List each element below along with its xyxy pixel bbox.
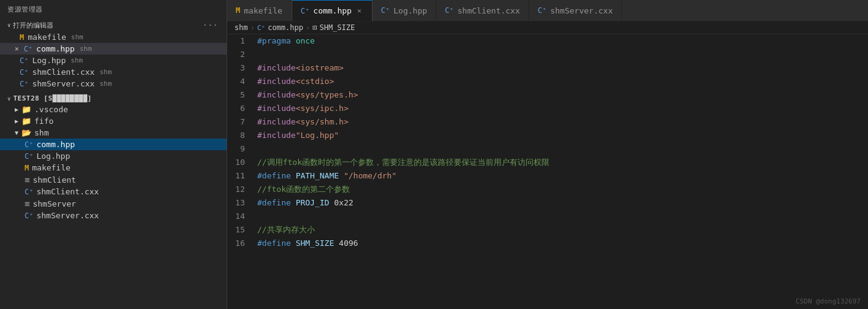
sidebar-title: 资源管理器	[0, 0, 227, 19]
log-hpp-icon: C⁺	[20, 56, 28, 65]
shmserver-cxx-icon: C⁺	[20, 80, 28, 88]
breadcrumb: shm › C⁺ comm.hpp › ⊡ SHM_SIZE	[227, 21, 868, 34]
line-content-8: #include"Log.hpp"	[255, 129, 868, 142]
line-content-16: #define SHM_SIZE 4096	[255, 237, 868, 250]
open-editor-shmclient-cxx[interactable]: C⁺ shmClient.cxx shm	[0, 66, 227, 78]
tab-shmclient-cxx-icon: C⁺	[445, 6, 454, 15]
tab-log-hpp[interactable]: C⁺ Log.hpp	[373, 0, 436, 21]
open-editor-log-hpp-label: Log.hpp	[32, 56, 66, 65]
line-content-14	[255, 210, 868, 223]
tree-item-shmserver-cxx[interactable]: C⁺ shmServer.cxx	[0, 210, 227, 221]
line-content-6: #include<sys/ipc.h>	[255, 102, 868, 115]
bc-symbol-icon: ⊡	[312, 23, 317, 32]
tree-item-makefile[interactable]: M makefile	[0, 162, 227, 174]
open-editor-makefile[interactable]: M makefile shm	[0, 31, 227, 43]
open-editor-shmserver-cxx[interactable]: C⁺ shmServer.cxx shm	[0, 78, 227, 90]
bc-sep1: ›	[250, 23, 255, 32]
tree-item-fifo[interactable]: ▶ 📁 fifo	[0, 115, 227, 127]
tree-item-shm[interactable]: ▼ 📂 shm	[0, 127, 227, 139]
code-line-8: 8 #include"Log.hpp"	[227, 129, 868, 142]
line-num-1: 1	[227, 34, 255, 48]
line-num-13: 13	[227, 196, 255, 210]
line-content-4: #include<cstdio>	[255, 75, 868, 88]
line-num-15: 15	[227, 223, 255, 237]
open-editor-shmserver-cxx-label: shmServer.cxx	[32, 79, 95, 88]
bc-sep2: ›	[306, 23, 310, 32]
code-line-16: 16 #define SHM_SIZE 4096	[227, 237, 868, 250]
tab-comm-hpp-icon: C⁺	[301, 7, 309, 15]
shmclient-cxx-icon: C⁺	[20, 68, 28, 77]
bc-shm[interactable]: shm	[234, 23, 248, 32]
shm-folder-icon: 📂	[21, 128, 31, 137]
line-content-13: #define PROJ_ID 0x22	[255, 196, 868, 210]
code-line-6: 6 #include<sys/ipc.h>	[227, 102, 868, 115]
tree-log-hpp-icon: C⁺	[25, 152, 33, 161]
tab-log-hpp-icon: C⁺	[381, 6, 390, 15]
tab-comm-hpp-close[interactable]: ✕	[355, 6, 363, 15]
tree-vscode-label: .vscode	[34, 105, 68, 114]
tab-shmserver-cxx-icon: C⁺	[538, 6, 546, 15]
line-num-5: 5	[227, 88, 255, 102]
open-editor-shmclient-cxx-label: shmClient.cxx	[32, 67, 95, 77]
code-line-2: 2	[227, 48, 868, 61]
line-content-3: #include<iostream>	[255, 61, 868, 75]
line-num-4: 4	[227, 75, 255, 88]
tree-item-shmclient-cxx[interactable]: C⁺ shmClient.cxx	[0, 186, 227, 197]
more-options-icon[interactable]: ···	[199, 20, 222, 30]
code-line-3: 3 #include<iostream>	[227, 61, 868, 75]
line-content-9	[255, 142, 868, 156]
tab-shmserver-cxx[interactable]: C⁺ shmServer.cxx	[529, 0, 622, 21]
comm-hpp-close[interactable]: ✕	[15, 45, 19, 53]
line-num-10: 10	[227, 156, 255, 169]
tab-shmclient-cxx-label: shmClient.cxx	[457, 6, 520, 15]
line-num-11: 11	[227, 169, 255, 183]
tree-shmclient-label: shmClient	[33, 175, 76, 185]
main-area: M makefile C⁺ comm.hpp ✕ C⁺ Log.hpp C⁺ s…	[227, 0, 868, 309]
line-content-10: //调用ftok函数时的第一个参数，需要注意的是该路径要保证当前用户有访问权限	[255, 156, 868, 169]
tab-comm-hpp[interactable]: C⁺ comm.hpp ✕	[292, 0, 373, 21]
open-editor-log-hpp[interactable]: C⁺ Log.hpp shm	[0, 55, 227, 66]
bc-shm-size[interactable]: SHM_SIZE	[319, 23, 355, 32]
line-num-3: 3	[227, 61, 255, 75]
tree-shmserver-label: shmServer	[33, 199, 76, 208]
tree-shm-label: shm	[34, 128, 48, 137]
tree-makefile-icon: M	[25, 164, 29, 172]
code-line-10: 10 //调用ftok函数时的第一个参数，需要注意的是该路径要保证当前用户有访问…	[227, 156, 868, 169]
line-content-15: //共享内存大小	[255, 223, 868, 237]
open-editor-comm-hpp-label: comm.hpp	[36, 44, 75, 53]
tree-log-hpp-label: Log.hpp	[36, 151, 70, 161]
tab-bar: M makefile C⁺ comm.hpp ✕ C⁺ Log.hpp C⁺ s…	[227, 0, 868, 21]
fifo-folder-icon: 📁	[21, 116, 31, 126]
open-editor-makefile-label: makefile	[28, 32, 66, 42]
log-hpp-context: shm	[71, 56, 83, 64]
open-editor-comm-hpp[interactable]: ✕ C⁺ comm.hpp shm	[0, 43, 227, 55]
bc-comm-hpp[interactable]: comm.hpp	[268, 23, 303, 32]
tree-comm-hpp-icon: C⁺	[25, 140, 33, 149]
tree-item-shmclient[interactable]: ≡ shmClient	[0, 174, 227, 186]
tab-makefile[interactable]: M makefile	[227, 0, 292, 21]
tree-item-log-hpp[interactable]: C⁺ Log.hpp	[0, 150, 227, 162]
comm-hpp-icon: C⁺	[24, 45, 33, 53]
line-num-9: 9	[227, 142, 255, 156]
editor[interactable]: 1 #pragma once 2 3 #include<iostream> 4 …	[227, 34, 868, 309]
tree-fifo-label: fifo	[34, 116, 53, 126]
shmclient-cxx-context: shm	[99, 68, 112, 76]
tab-shmclient-cxx[interactable]: C⁺ shmClient.cxx	[436, 0, 529, 21]
tree-item-vscode[interactable]: ▶ 📁 .vscode	[0, 104, 227, 115]
tab-comm-hpp-label: comm.hpp	[313, 6, 352, 15]
line-content-5: #include<sys/types.h>	[255, 88, 868, 102]
open-editors-arrow[interactable]: ∨	[7, 22, 10, 28]
tree-item-shmserver[interactable]: ≡ shmServer	[0, 197, 227, 210]
tree-shmclient-cxx-label: shmClient.cxx	[36, 187, 99, 196]
line-content-2	[255, 48, 868, 61]
vscode-folder-icon: 📁	[21, 105, 31, 114]
line-content-7: #include<sys/shm.h>	[255, 115, 868, 129]
code-line-7: 7 #include<sys/shm.h>	[227, 115, 868, 129]
tree-item-comm-hpp[interactable]: C⁺ comm.hpp	[0, 139, 227, 150]
workspace-arrow[interactable]: ∨	[7, 96, 10, 102]
tab-shmserver-cxx-label: shmServer.cxx	[550, 6, 613, 15]
shmserver-cxx-context: shm	[99, 80, 112, 88]
open-editors-label: 打开的编辑器	[13, 21, 198, 30]
code-line-14: 14	[227, 210, 868, 223]
line-num-8: 8	[227, 129, 255, 142]
